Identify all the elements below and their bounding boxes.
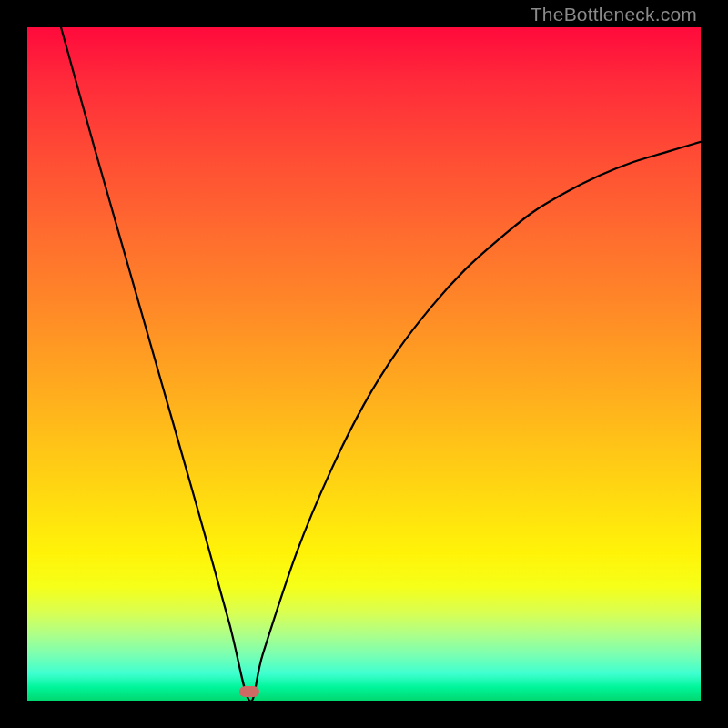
minimum-marker xyxy=(239,686,259,697)
plot-area xyxy=(27,27,701,701)
chart-frame: TheBottleneck.com xyxy=(0,0,728,728)
attribution-label: TheBottleneck.com xyxy=(531,4,697,25)
bottleneck-curve xyxy=(27,27,701,701)
